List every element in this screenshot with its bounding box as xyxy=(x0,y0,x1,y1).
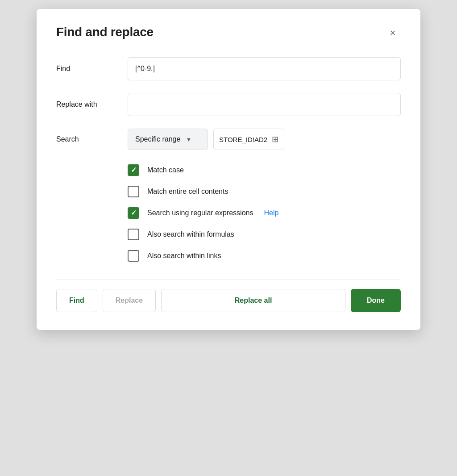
dialog-header: Find and replace × xyxy=(56,25,401,41)
regex-help-link[interactable]: Help xyxy=(264,209,278,217)
links-row: Also search within links xyxy=(128,250,401,262)
range-value: STORE_ID!AD2 xyxy=(219,136,267,143)
replace-all-button[interactable]: Replace all xyxy=(161,289,345,312)
links-label: Also search within links xyxy=(147,252,221,260)
checkmark-icon-regex: ✓ xyxy=(131,209,137,217)
find-input[interactable] xyxy=(128,57,401,80)
search-label: Search xyxy=(56,135,128,143)
search-dropdown[interactable]: Specific range ▼ xyxy=(128,129,208,150)
formulas-label: Also search within formulas xyxy=(147,230,234,238)
done-button[interactable]: Done xyxy=(351,289,401,312)
regex-checkbox[interactable]: ✓ xyxy=(128,207,139,219)
links-checkbox[interactable] xyxy=(128,250,139,262)
replace-button[interactable]: Replace xyxy=(103,289,156,312)
dialog-title: Find and replace xyxy=(56,25,154,39)
search-row: Search Specific range ▼ STORE_ID!AD2 ⊞ xyxy=(56,129,401,150)
find-button[interactable]: Find xyxy=(56,289,97,312)
match-case-label: Match case xyxy=(147,166,184,174)
chevron-down-icon: ▼ xyxy=(186,136,191,143)
search-controls: Specific range ▼ STORE_ID!AD2 ⊞ xyxy=(128,129,284,150)
match-entire-checkbox[interactable] xyxy=(128,186,139,197)
checkboxes-section: ✓ Match case Match entire cell contents … xyxy=(128,164,401,262)
grid-icon[interactable]: ⊞ xyxy=(272,134,278,144)
match-case-row: ✓ Match case xyxy=(128,164,401,176)
replace-label: Replace with xyxy=(56,100,128,109)
formulas-row: Also search within formulas xyxy=(128,229,401,240)
regex-row: ✓ Search using regular expressions Help xyxy=(128,207,401,219)
dropdown-label: Specific range xyxy=(135,135,180,143)
find-row: Find xyxy=(56,57,401,80)
replace-row: Replace with xyxy=(56,93,401,116)
replace-input[interactable] xyxy=(128,93,401,116)
regex-label: Search using regular expressions xyxy=(147,209,253,217)
match-entire-row: Match entire cell contents xyxy=(128,186,401,197)
find-replace-dialog: Find and replace × Find Replace with Sea… xyxy=(37,9,420,330)
close-button[interactable]: × xyxy=(385,25,401,41)
match-case-checkbox[interactable]: ✓ xyxy=(128,164,139,176)
checkmark-icon: ✓ xyxy=(131,167,137,174)
match-entire-label: Match entire cell contents xyxy=(147,188,228,196)
dialog-footer: Find Replace Replace all Done xyxy=(56,280,401,312)
find-label: Find xyxy=(56,65,128,73)
range-input-container: STORE_ID!AD2 ⊞ xyxy=(213,129,284,150)
formulas-checkbox[interactable] xyxy=(128,229,139,240)
